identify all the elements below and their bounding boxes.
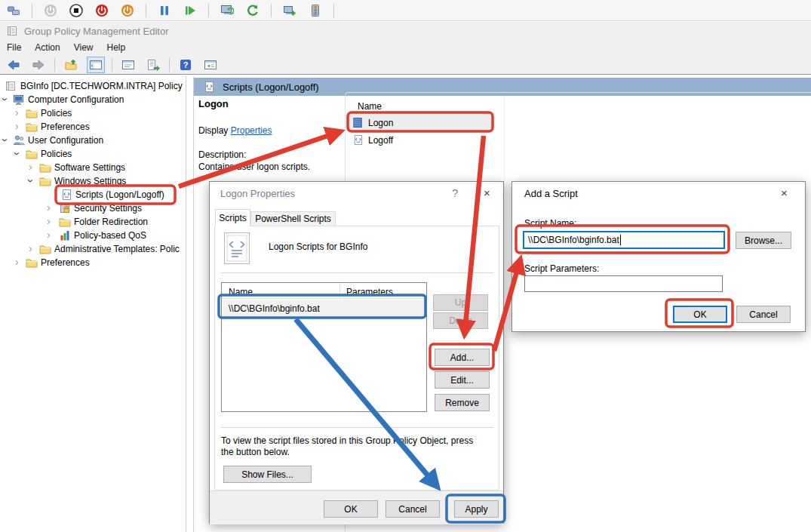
ok-button[interactable]: OK <box>324 500 378 518</box>
script-parameters-label: Script Parameters: <box>524 263 599 274</box>
tree-item-bginfo-policy[interactable]: BGInfo [DC.TECHWORM.INTRA] Policy <box>0 79 186 93</box>
list-item-logoff[interactable]: Logoff <box>349 132 491 148</box>
blocks-icon[interactable] <box>6 3 21 18</box>
forward-icon[interactable] <box>29 57 48 73</box>
chevron-right-icon[interactable]: › <box>47 229 51 241</box>
undo-icon[interactable] <box>245 3 260 18</box>
logon-properties-dialog: Logon Properties ? × Scripts PowerShell … <box>209 181 504 524</box>
power-standby-icon[interactable] <box>43 3 58 18</box>
help-icon[interactable] <box>177 57 195 73</box>
tree-item-windows-settings[interactable]: › Windows Settings <box>0 174 186 188</box>
power-reset-icon[interactable] <box>120 3 135 18</box>
chevron-down-icon[interactable]: › <box>24 179 37 183</box>
cancel-button[interactable]: Cancel <box>736 306 791 323</box>
tree-item-security-settings[interactable]: › Security Settings <box>0 201 186 215</box>
chevron-down-icon[interactable]: › <box>0 138 11 142</box>
back-icon[interactable] <box>5 57 23 73</box>
description-label: Description: <box>198 149 246 160</box>
gpo-scroll-icon <box>5 80 17 92</box>
separator <box>112 58 112 72</box>
tree-item-policies-user[interactable]: › Policies <box>0 147 186 161</box>
resume-icon[interactable] <box>183 3 198 18</box>
script-name-label: Script Name: <box>524 218 576 229</box>
browse-button[interactable]: Browse... <box>736 232 791 249</box>
apply-button[interactable]: Apply <box>454 500 499 518</box>
show-console-tree-icon[interactable] <box>87 57 105 73</box>
list-item-logon[interactable]: Logon <box>349 115 491 131</box>
folder-up-icon[interactable] <box>62 57 80 73</box>
up-button[interactable]: Up <box>433 294 488 311</box>
help-button[interactable]: ? <box>452 186 458 199</box>
chevron-right-icon[interactable]: › <box>15 256 19 269</box>
tree-item-computer-configuration[interactable]: › Computer Configuration <box>0 93 186 106</box>
edit-button[interactable]: Edit... <box>435 371 490 389</box>
vm-refresh-icon[interactable] <box>220 3 235 18</box>
column-divider <box>504 96 505 180</box>
tree-item-administrative-templates[interactable]: › Administrative Templates: Polic <box>0 242 186 256</box>
separator <box>54 58 55 72</box>
column-header-parameters[interactable]: Parameters <box>346 287 393 297</box>
extended-view-icon[interactable] <box>201 57 220 73</box>
chevron-right-icon[interactable]: › <box>29 161 32 174</box>
cancel-button[interactable]: Cancel <box>386 500 440 518</box>
scripts-listbox[interactable]: Name Parameters \\DC\BGInfo\bginfo.bat <box>221 282 427 412</box>
remove-button[interactable]: Remove <box>435 394 490 411</box>
script-name-field[interactable]: \\DC\BGInfo\bginfo.bat <box>523 231 725 249</box>
chevron-right-icon[interactable]: › <box>15 120 19 133</box>
separator <box>32 4 32 17</box>
chevron-right-icon[interactable]: › <box>15 106 19 119</box>
chevron-down-icon[interactable]: › <box>11 152 23 155</box>
close-icon[interactable]: × <box>484 186 490 199</box>
cabinet-icon[interactable] <box>308 3 323 18</box>
power-off-icon[interactable] <box>94 3 109 18</box>
note-line-1: To view the script files stored in this … <box>221 435 473 446</box>
menu-action[interactable]: Action <box>28 42 66 53</box>
export-list-icon[interactable] <box>144 57 162 73</box>
column-header-name[interactable]: Name <box>229 287 253 297</box>
add-button[interactable]: Add... <box>435 349 490 366</box>
script-parameters-field[interactable] <box>524 275 723 292</box>
tree-item-preferences-user[interactable]: › Preferences <box>0 256 186 269</box>
separator <box>208 4 209 17</box>
tree-item-scripts-logon-logoff[interactable]: Scripts (Logon/Logoff) <box>0 188 186 201</box>
column-divider[interactable] <box>339 283 340 298</box>
pause-icon[interactable] <box>157 3 172 18</box>
menu-view[interactable]: View <box>67 42 100 53</box>
folder-icon <box>39 161 51 174</box>
tree-item-software-settings[interactable]: › Software Settings <box>0 161 186 174</box>
tree-item-folder-redirection[interactable]: › Folder Redirection <box>0 215 186 229</box>
add-script-dialog: Add a Script × Script Name: \\DC\BGInfo\… <box>511 181 806 332</box>
properties-link[interactable]: Properties <box>231 125 272 136</box>
add-computer-icon[interactable] <box>282 3 297 18</box>
tab-powershell-scripts[interactable]: PowerShell Scripts <box>250 211 336 226</box>
tab-scripts[interactable]: Scripts <box>215 209 250 226</box>
script-entry-row[interactable]: \\DC\BGInfo\bginfo.bat <box>223 300 425 317</box>
menu-file[interactable]: File <box>0 42 28 53</box>
show-files-button[interactable]: Show Files... <box>223 466 312 483</box>
properties-window-icon[interactable] <box>119 57 137 73</box>
menu-help[interactable]: Help <box>100 42 133 53</box>
folder-icon <box>26 148 38 160</box>
folder-icon <box>39 175 51 187</box>
chevron-right-icon[interactable]: › <box>29 242 32 255</box>
tree-item-preferences[interactable]: › Preferences <box>0 120 186 134</box>
tree-item-user-configuration[interactable]: › User Configuration <box>0 134 186 147</box>
chevron-down-icon[interactable]: › <box>0 97 11 101</box>
name-column-header[interactable]: Name <box>358 101 382 112</box>
tree-item-policy-based-qos[interactable]: › Policy-based QoS <box>0 229 186 242</box>
folder-icon <box>39 243 51 255</box>
window-title: Group Policy Management Editor <box>24 26 168 37</box>
stop-icon[interactable] <box>69 3 84 18</box>
chevron-right-icon[interactable]: › <box>47 201 51 214</box>
logon-scripts-icon <box>223 232 250 265</box>
tree-item-policies[interactable]: › Policies <box>0 106 186 120</box>
pane-divider[interactable] <box>186 76 186 532</box>
header-underline <box>222 298 426 299</box>
ok-button[interactable]: OK <box>673 306 727 323</box>
down-button[interactable]: Down <box>433 312 488 329</box>
display-label: Display <box>198 125 228 136</box>
script-icon <box>203 81 215 93</box>
close-icon[interactable]: × <box>781 186 788 199</box>
computer-icon <box>13 94 25 106</box>
chevron-right-icon[interactable]: › <box>47 215 51 228</box>
